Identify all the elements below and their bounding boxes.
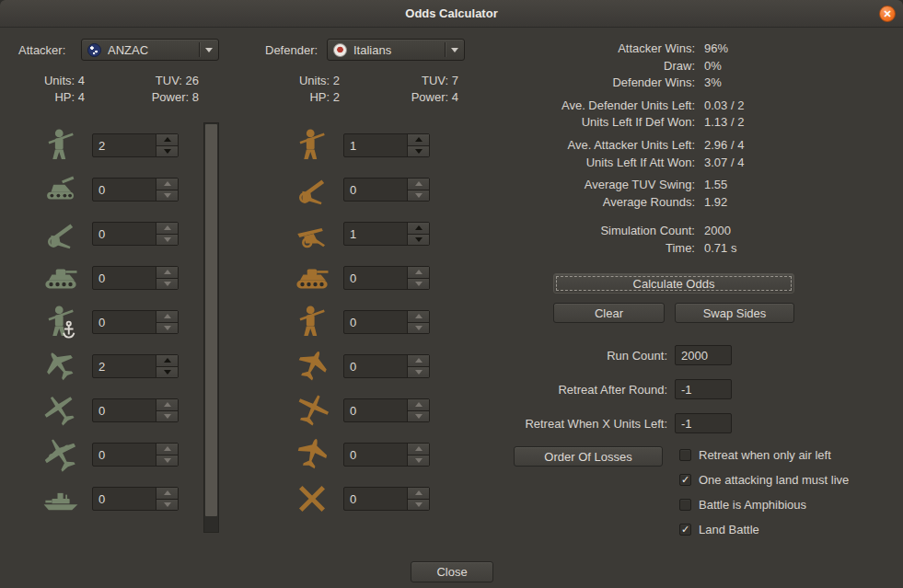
checkbox-box[interactable] bbox=[679, 449, 691, 461]
spin-down-button[interactable] bbox=[408, 190, 429, 202]
spin-down-button[interactable] bbox=[156, 500, 178, 511]
spin-up-button[interactable] bbox=[156, 399, 178, 411]
unit-count-input[interactable] bbox=[344, 134, 407, 156]
checkbox-battle-is-amphibious[interactable]: Battle is Amphibious bbox=[679, 498, 806, 512]
spinner-buttons bbox=[156, 179, 178, 201]
checkbox-land-battle[interactable]: ✓ Land Battle bbox=[679, 523, 759, 536]
titlebar[interactable]: Odds Calculator ✕ bbox=[0, 0, 903, 28]
result-row: Ave. Defender Units Left:0.03 / 2 bbox=[502, 98, 833, 116]
unit-count-input[interactable] bbox=[344, 311, 407, 333]
unit-count-input[interactable] bbox=[93, 267, 156, 289]
spin-down-button[interactable] bbox=[408, 323, 429, 334]
unit-count-input[interactable] bbox=[93, 444, 156, 466]
result-label: Draw: bbox=[502, 59, 695, 73]
attacker-player-select[interactable]: ANZAC bbox=[81, 39, 219, 61]
checkbox-label: Land Battle bbox=[699, 523, 759, 536]
attacker-list-scrollbar[interactable] bbox=[203, 122, 219, 533]
attacker-label: Attacker: bbox=[18, 43, 65, 57]
unit-count-input[interactable] bbox=[344, 223, 407, 245]
anzac-flag-icon bbox=[87, 43, 101, 57]
unit-row bbox=[37, 432, 179, 477]
spinner-buttons bbox=[407, 179, 429, 201]
unit-count-input[interactable] bbox=[93, 355, 156, 377]
spin-down-button[interactable] bbox=[156, 235, 178, 246]
spin-up-button[interactable] bbox=[156, 179, 178, 190]
spin-up-button[interactable] bbox=[408, 223, 429, 235]
checkbox-box[interactable]: ✓ bbox=[679, 524, 691, 536]
checkbox-box[interactable] bbox=[679, 499, 691, 511]
unit-count-input[interactable] bbox=[344, 267, 407, 289]
unit-count-input[interactable] bbox=[344, 444, 407, 466]
spin-up-button[interactable] bbox=[408, 399, 429, 411]
result-label: Units Left If Att Won: bbox=[502, 156, 695, 169]
unit-count-input[interactable] bbox=[344, 399, 407, 421]
attacker-selected-value: ANZAC bbox=[108, 43, 195, 57]
result-value: 2.96 / 4 bbox=[704, 138, 744, 152]
infantry-icon bbox=[37, 124, 85, 167]
spin-down-button[interactable] bbox=[408, 367, 429, 378]
spin-down-button[interactable] bbox=[408, 279, 429, 290]
retreat-after-round-input[interactable] bbox=[675, 379, 732, 399]
spin-up-button[interactable] bbox=[156, 267, 178, 279]
checkbox-box[interactable]: ✓ bbox=[679, 474, 691, 486]
bomber-icon bbox=[37, 433, 85, 476]
spin-down-button[interactable] bbox=[408, 500, 429, 511]
spin-down-button[interactable] bbox=[156, 190, 178, 202]
unit-count-input[interactable] bbox=[93, 179, 156, 201]
spin-up-button[interactable] bbox=[156, 355, 178, 367]
spin-down-button[interactable] bbox=[156, 146, 178, 157]
unit-count-input[interactable] bbox=[93, 223, 156, 245]
spin-down-button[interactable] bbox=[156, 367, 178, 378]
spin-up-button[interactable] bbox=[408, 355, 429, 367]
spin-up-button[interactable] bbox=[156, 223, 178, 235]
spin-down-button[interactable] bbox=[156, 323, 178, 334]
defender-hp-stat: HP: 2 bbox=[270, 90, 340, 104]
spin-down-button[interactable] bbox=[156, 455, 178, 467]
unit-row bbox=[288, 167, 430, 212]
checkbox-retreat-only-air[interactable]: Retreat when only air left bbox=[679, 448, 831, 462]
order-of-losses-button[interactable]: Order Of Losses bbox=[514, 446, 663, 467]
clear-button[interactable]: Clear bbox=[553, 303, 665, 323]
unit-count-input[interactable] bbox=[344, 488, 407, 510]
spin-up-button[interactable] bbox=[408, 179, 429, 190]
spin-down-button[interactable] bbox=[408, 455, 429, 467]
spin-up-button[interactable] bbox=[408, 134, 429, 146]
unit-count-input[interactable] bbox=[93, 311, 156, 333]
unit-count-input[interactable] bbox=[93, 399, 156, 421]
spin-up-button[interactable] bbox=[156, 134, 178, 146]
unit-count-input[interactable] bbox=[344, 355, 407, 377]
combo-separator bbox=[199, 42, 200, 57]
spin-down-button[interactable] bbox=[408, 146, 429, 157]
unit-count-spinner bbox=[343, 487, 430, 511]
checkbox-one-attacking-land-must-live[interactable]: ✓ One attacking land must live bbox=[679, 473, 849, 487]
spin-down-button[interactable] bbox=[156, 411, 178, 422]
checkbox-label: Battle is Amphibious bbox=[699, 498, 806, 512]
spin-down-button[interactable] bbox=[408, 411, 429, 422]
spin-up-button[interactable] bbox=[156, 444, 178, 455]
calculate-odds-button[interactable]: Calculate Odds bbox=[553, 273, 794, 294]
attacker-unit-list bbox=[37, 123, 179, 521]
unit-count-input[interactable] bbox=[93, 488, 156, 510]
unit-count-spinner bbox=[92, 133, 179, 157]
spin-up-button[interactable] bbox=[408, 267, 429, 279]
spin-up-button[interactable] bbox=[156, 311, 178, 323]
defender-units-stat: Units: 2 bbox=[270, 74, 340, 87]
retreat-when-x-units-left-input[interactable] bbox=[675, 413, 732, 433]
swap-sides-button[interactable]: Swap Sides bbox=[675, 303, 794, 323]
defender-player-select[interactable]: Italians bbox=[327, 39, 465, 61]
window-close-button[interactable]: ✕ bbox=[879, 6, 896, 22]
spin-up-button[interactable] bbox=[408, 444, 429, 455]
close-button[interactable]: Close bbox=[411, 561, 493, 582]
result-row: Defender Wins:3% bbox=[502, 75, 833, 93]
unit-count-input[interactable] bbox=[344, 179, 407, 201]
spin-up-button[interactable] bbox=[408, 311, 429, 323]
spin-up-button[interactable] bbox=[408, 488, 429, 500]
spin-down-button[interactable] bbox=[156, 279, 178, 290]
spinner-buttons bbox=[407, 267, 429, 289]
scrollbar-thumb[interactable] bbox=[205, 124, 217, 516]
spin-up-button[interactable] bbox=[156, 488, 178, 500]
unit-count-input[interactable] bbox=[93, 134, 156, 156]
run-count-input[interactable] bbox=[675, 345, 732, 365]
result-label: Units Left If Def Won: bbox=[502, 115, 695, 129]
spin-down-button[interactable] bbox=[408, 235, 429, 246]
